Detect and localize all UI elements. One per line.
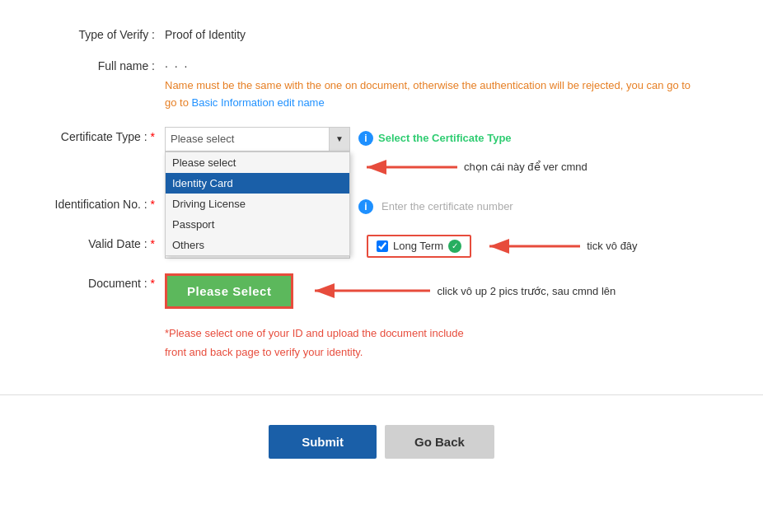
warning-text: Name must be the same with the one on do…	[165, 77, 730, 112]
tick-annotation: tick vô đây	[481, 234, 637, 259]
warning-go-to: go to	[165, 96, 192, 109]
identity-annotation: chọn cái này để ver cmnd	[358, 155, 587, 180]
document-label: Document : *	[33, 273, 165, 290]
select-wrapper[interactable]: Please select Identity Card Driving Lice…	[165, 127, 350, 152]
full-name-value: · · ·	[165, 56, 730, 72]
identification-no-row: Identification No. : * i Enter the certi…	[33, 194, 730, 219]
long-term-label: Long Term	[393, 240, 443, 252]
id-hint-text: Enter the certificate number	[382, 200, 513, 212]
click-arrow-icon	[307, 274, 430, 307]
certificate-type-row: Certificate Type : * Please select Ident…	[33, 127, 730, 180]
full-name-label: Full name :	[33, 56, 165, 72]
dropdown-item-passport[interactable]: Passport	[166, 214, 349, 235]
certificate-type-label: Certificate Type : *	[33, 127, 165, 143]
certificate-hint-text: Select the Certificate Type	[378, 132, 512, 144]
footer-divider	[0, 394, 763, 395]
notes-section: *Please select one of your ID and upload…	[165, 324, 730, 362]
warning-text-main: Name must be the same with the one on do…	[165, 79, 690, 91]
long-term-box: Long Term ✓	[367, 235, 471, 258]
annotation-identity-text: chọn cái này để ver cmnd	[464, 161, 587, 173]
red-arrow-icon	[358, 155, 457, 180]
certificate-type-select[interactable]: Please select Identity Card Driving Lice…	[165, 127, 350, 152]
document-content: Please Select click vô up 2 pics trước, …	[165, 273, 730, 309]
please-select-button[interactable]: Please Select	[165, 273, 293, 309]
id-hint: i Enter the certificate number	[358, 199, 513, 214]
full-name-content: · · · Name must be the same with the one…	[165, 56, 730, 112]
go-back-button[interactable]: Go Back	[385, 425, 494, 459]
main-container: Type of Verify : Proof of Identity Full …	[0, 0, 763, 378]
certificate-type-content: Please select Identity Card Driving Lice…	[165, 127, 730, 180]
submit-button[interactable]: Submit	[269, 425, 377, 459]
type-of-verify-value: Proof of Identity	[165, 25, 730, 41]
required-star: *	[151, 130, 155, 143]
full-name-row: Full name : · · · Name must be the same …	[33, 56, 730, 112]
dropdown-item-identity-card[interactable]: Identity Card	[166, 173, 349, 194]
select-container: Please select Identity Card Driving Lice…	[165, 127, 350, 152]
long-term-checkbox[interactable]	[377, 240, 388, 252]
tick-arrow-icon	[481, 234, 580, 259]
type-of-verify-content: Proof of Identity	[165, 25, 730, 41]
click-annotation: click vô up 2 pics trước, sau cmnd lên	[307, 274, 616, 307]
notes-line2: front and back page to verify your ident…	[165, 343, 730, 362]
type-of-verify-label: Type of Verify :	[33, 25, 165, 41]
document-row: Document : * Please Select click vô up 2	[33, 273, 730, 309]
dropdown-item-please-select[interactable]: Please select	[166, 152, 349, 173]
dropdown-item-driving-license[interactable]: Driving License	[166, 194, 349, 214]
info-icon: i	[358, 131, 373, 146]
dropdown-item-others[interactable]: Others	[166, 235, 349, 255]
id-info-icon: i	[358, 199, 373, 214]
dropdown-overlay: Please select Identity Card Driving Lice…	[165, 152, 350, 256]
identification-no-label: Identification No. : *	[33, 194, 165, 211]
footer-buttons: Submit Go Back	[0, 412, 763, 472]
type-of-verify-row: Type of Verify : Proof of Identity	[33, 25, 730, 41]
tick-annotation-text: tick vô đây	[587, 240, 637, 252]
click-annotation-text: click vô up 2 pics trước, sau cmnd lên	[437, 285, 616, 297]
certificate-hint: i Select the Certificate Type	[358, 127, 512, 146]
check-green-icon: ✓	[448, 240, 461, 253]
valid-date-label: Valid Date : *	[33, 234, 165, 250]
valid-date-row: Valid Date : * Long Term ✓	[33, 234, 730, 259]
notes-line1: *Please select one of your ID and upload…	[165, 324, 730, 343]
basic-info-link[interactable]: Basic Information edit name	[192, 96, 325, 109]
